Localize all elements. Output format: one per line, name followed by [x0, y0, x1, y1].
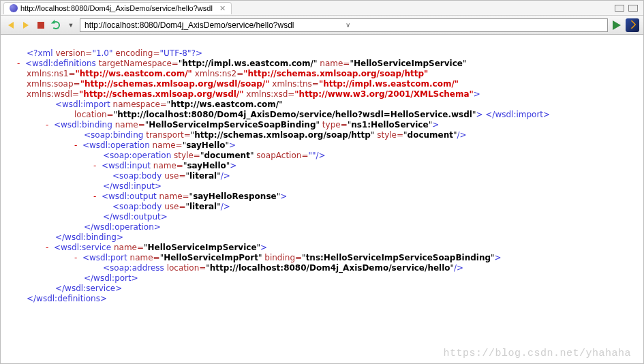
- t: <?xml: [27, 48, 53, 58]
- t: </wsdl:definitions>: [27, 294, 107, 303]
- t: </wsdl:port>: [84, 273, 138, 283]
- t: >: [432, 120, 439, 130]
- collapse-toggle[interactable]: -: [74, 140, 82, 151]
- refresh-button[interactable]: [50, 19, 62, 31]
- t: <wsdl:operation: [82, 140, 150, 150]
- collapse-toggle[interactable]: -: [74, 253, 82, 263]
- t: xmlns:ns1=: [27, 69, 76, 78]
- t: />: [221, 202, 230, 211]
- arrow-right-icon: [23, 22, 29, 29]
- t: name=: [112, 120, 145, 130]
- t: >: [495, 253, 502, 262]
- t: location=: [74, 110, 114, 119]
- url-text: http://localhost:8080/Dom4j_AxisDemo/ser…: [85, 20, 343, 30]
- t: "UTF-8": [160, 48, 191, 58]
- t: name=: [111, 243, 144, 252]
- t: >: [230, 161, 236, 170]
- t: "http://www.w3.org/2001/XMLSchema": [294, 89, 474, 99]
- xml-viewer: <?xml version="1.0" encoding="UTF-8"?> -…: [1, 35, 643, 362]
- t: xmlns:xsd=: [243, 89, 294, 99]
- t: >: [280, 192, 287, 201]
- t: xmlns:ns2=: [192, 69, 243, 78]
- t: style=: [171, 151, 200, 160]
- t: location=: [164, 263, 206, 273]
- collapse-toggle[interactable]: -: [93, 192, 102, 202]
- t: <soap:body: [112, 171, 162, 181]
- t: use=: [162, 202, 185, 211]
- t: <wsdl:definitions: [25, 59, 96, 68]
- collapse-toggle[interactable]: -: [46, 120, 54, 130]
- t: binding=: [262, 253, 302, 262]
- t: <wsdl:input: [102, 161, 151, 170]
- t: "http://ws.eastcom.com/": [76, 69, 192, 78]
- t: ?>: [191, 48, 202, 58]
- t: "http://schemas.xmlsoap.org/soap/http": [243, 69, 428, 78]
- t: >: [229, 140, 236, 150]
- t: "": [308, 151, 316, 160]
- t: name=: [150, 140, 183, 150]
- t: xmlns:wsdl=: [27, 89, 79, 99]
- t: style=: [374, 130, 403, 140]
- t: <wsdl:import: [55, 100, 110, 109]
- t: name=: [151, 161, 183, 170]
- t: </wsdl:operation>: [84, 222, 161, 232]
- tab-title: http://localhost:8080/Dom4j_AxisDemo/ser…: [20, 4, 213, 12]
- t: <wsdl:port: [82, 253, 127, 262]
- collapse-toggle[interactable]: -: [93, 161, 102, 171]
- t: </wsdl:input>: [103, 181, 162, 191]
- forward-button[interactable]: [20, 19, 32, 31]
- play-icon: [613, 20, 621, 30]
- t: />: [316, 151, 325, 160]
- back-button[interactable]: [5, 19, 17, 31]
- t: <soap:binding: [84, 130, 143, 140]
- history-dropdown[interactable]: ▼: [65, 19, 77, 31]
- t: name=: [318, 59, 350, 68]
- app-icon[interactable]: [626, 18, 639, 32]
- t: <soap:operation: [103, 151, 171, 160]
- tab-bar: http://localhost:8080/Dom4j_AxisDemo/ser…: [1, 1, 643, 16]
- t: transport=: [143, 130, 190, 140]
- t: namespace=: [110, 100, 167, 109]
- t: >: [474, 89, 480, 99]
- url-dropdown-icon[interactable]: ∨: [346, 21, 604, 29]
- globe-icon: [10, 4, 18, 12]
- t: </wsdl:service>: [55, 284, 122, 293]
- stop-button[interactable]: [35, 19, 47, 31]
- stop-icon: [37, 22, 44, 29]
- t: </wsdl:output>: [103, 212, 168, 222]
- t: name=: [127, 253, 160, 262]
- t: </wsdl:binding>: [55, 232, 123, 242]
- t: <wsdl:service: [54, 243, 111, 252]
- t: <wsdl:output: [102, 192, 157, 201]
- t: <soap:address: [103, 263, 164, 273]
- t: />: [221, 171, 230, 181]
- t: />: [454, 263, 463, 273]
- t: </wsdl:import>: [482, 110, 550, 119]
- browser-tab[interactable]: http://localhost:8080/Dom4j_AxisDemo/ser…: [3, 2, 232, 14]
- refresh-icon: [52, 21, 60, 29]
- window-controls: [615, 5, 643, 12]
- collapse-toggle[interactable]: -: [46, 243, 54, 253]
- t: >: [476, 110, 482, 119]
- close-tab-icon[interactable]: ✕: [219, 4, 226, 13]
- t: version=: [53, 48, 93, 58]
- t: xmlns:soap=: [27, 79, 80, 89]
- minimize-button[interactable]: [615, 5, 624, 12]
- arrow-left-icon: [8, 22, 14, 29]
- t: "1.0": [92, 48, 112, 58]
- t: "http://schemas.xmlsoap.org/wsdl/soap/": [80, 79, 270, 89]
- watermark: https://blog.csdn.net/yhahaha: [443, 348, 631, 359]
- go-button[interactable]: [611, 19, 623, 31]
- t: >: [260, 243, 267, 252]
- t: <wsdl:binding: [54, 120, 112, 130]
- collapse-toggle[interactable]: -: [17, 59, 25, 69]
- t: use=: [162, 171, 185, 181]
- toolbar: ▼ http://localhost:8080/Dom4j_AxisDemo/s…: [1, 16, 643, 35]
- t: type=: [320, 120, 348, 130]
- t: encoding=: [113, 48, 160, 58]
- t: <soap:body: [112, 202, 162, 211]
- t: xmlns:tns=: [269, 79, 318, 89]
- url-input[interactable]: http://localhost:8080/Dom4j_AxisDemo/ser…: [80, 18, 608, 32]
- maximize-button[interactable]: [628, 5, 638, 12]
- t: soapAction=: [254, 151, 308, 160]
